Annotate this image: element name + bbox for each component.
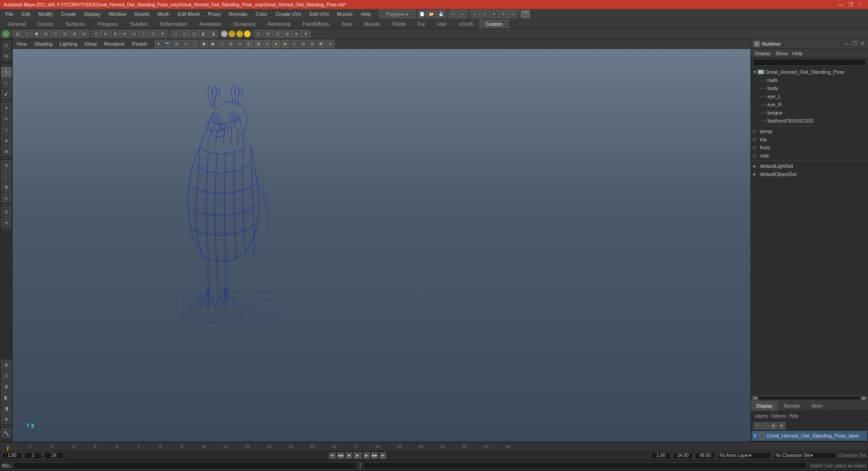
vp-wire[interactable]: ⊡: [182, 40, 190, 48]
shelf-icon-20[interactable]: ◲: [189, 30, 198, 38]
tree-item-feathers[interactable]: —○ feathersFBXASC032: [751, 117, 868, 125]
vp-menu-panels[interactable]: Panels: [130, 41, 149, 47]
vp-menu-renderer[interactable]: Renderer: [102, 41, 127, 47]
tree-item-root[interactable]: ▼ M Great_Horned_Owl_Standing_Pose: [751, 68, 868, 76]
tab-fur[interactable]: Fur: [412, 20, 431, 28]
layer-options-btn[interactable]: ⚙: [778, 422, 785, 429]
vp-shade1[interactable]: ◼: [209, 40, 217, 48]
shelf-icon-1[interactable]: ●: [2, 30, 10, 38]
shelf-icon-31[interactable]: ⊕: [292, 30, 301, 38]
out-menu-show[interactable]: Show: [774, 51, 790, 56]
extras-icon-4[interactable]: ◧: [1, 392, 11, 402]
vp-icon-d[interactable]: ◩: [317, 40, 326, 48]
tree-item-persp[interactable]: ⊡ persp: [751, 127, 868, 135]
shelf-icon-28[interactable]: ⊞: [264, 30, 273, 38]
tab-deformation[interactable]: Deformation: [154, 20, 193, 28]
shelf-icon-29[interactable]: ⊟: [273, 30, 282, 38]
shelf-icon-27[interactable]: ⊡: [254, 30, 263, 38]
menu-create-uvs[interactable]: Create UVs: [272, 10, 305, 18]
max-end-field[interactable]: 24.00: [673, 452, 693, 459]
vp-icon-b[interactable]: ⊞: [299, 40, 307, 48]
menu-edit-mesh[interactable]: Edit Mesh: [174, 10, 203, 18]
menu-help[interactable]: Help: [357, 10, 375, 18]
extras-icon-7[interactable]: 🔧: [1, 428, 11, 438]
tree-item-objectset[interactable]: ◆ defaultObjectSet: [751, 170, 868, 178]
soft-mod-tool[interactable]: ⊞: [1, 146, 11, 156]
tab-animation[interactable]: Animation: [193, 20, 227, 28]
vp-flat[interactable]: ⬢: [200, 40, 208, 48]
vp-cam-icon[interactable]: 📷: [164, 40, 172, 48]
layers-menu-layers[interactable]: Layers: [754, 414, 769, 419]
scale-tool-btn[interactable]: ⤡: [509, 10, 518, 18]
mel-input[interactable]: [13, 462, 357, 469]
vp-light1[interactable]: ◐: [245, 40, 253, 48]
outliner-restore-btn[interactable]: ❐: [851, 41, 858, 47]
extras-icon-1[interactable]: ⊞: [1, 360, 11, 370]
lasso-tool-btn[interactable]: ⬡: [480, 10, 489, 18]
character-set-selector[interactable]: No Character Set ▾: [773, 452, 836, 459]
scale-tool[interactable]: ⤡: [1, 124, 11, 134]
menu-mesh[interactable]: Mesh: [154, 10, 173, 18]
vp-grid[interactable]: ⊞: [173, 40, 181, 48]
tab-surfaces[interactable]: Surfaces: [60, 20, 91, 28]
snap-point[interactable]: ⊠: [1, 182, 11, 192]
shelf-icon-19[interactable]: ◱: [180, 30, 189, 38]
outliner-scrollbar-h[interactable]: ◀ ▶: [751, 395, 868, 400]
close-button[interactable]: ✕: [857, 2, 864, 8]
vp-light5[interactable]: ●: [281, 40, 289, 48]
viewport-canvas[interactable]: .wire { stroke: #0000cd; stroke-width: 0…: [13, 49, 750, 442]
timeline-ruler[interactable]: 1 2 3 4 5 6 7 8 9 10 11 12 13 14 15 16 1: [0, 442, 868, 451]
scroll-track-h[interactable]: [758, 396, 861, 400]
start-frame-field[interactable]: 1.00: [2, 452, 22, 459]
shelf-icon-6[interactable]: ⊡: [51, 30, 60, 38]
tree-item-lightset[interactable]: ◆ defaultLightSet: [751, 162, 868, 170]
vp-light3[interactable]: ●: [263, 40, 271, 48]
history-tool[interactable]: ⟲: [1, 218, 11, 228]
open-scene-btn[interactable]: 📂: [427, 10, 436, 18]
shelf-icon-11[interactable]: ⊕: [101, 30, 110, 38]
extras-icon-2[interactable]: ⊡: [1, 371, 11, 381]
vp-icon-c[interactable]: ⊠: [308, 40, 316, 48]
vp-smooth[interactable]: ⬡: [191, 40, 199, 48]
layer-visibility-v[interactable]: V: [754, 433, 757, 438]
layers-menu-help[interactable]: Help: [788, 414, 799, 419]
anim-layer-selector[interactable]: No Anim Layer ▾: [717, 452, 771, 459]
current-frame-field[interactable]: 1: [24, 452, 42, 459]
tab-general[interactable]: General: [2, 20, 31, 28]
tab-toon[interactable]: Toon: [335, 20, 358, 28]
minimize-button[interactable]: —: [836, 2, 845, 8]
shelf-icon-32[interactable]: ⊗: [302, 30, 311, 38]
menu-create[interactable]: Create: [57, 10, 80, 18]
tree-item-side[interactable]: ⊡ side: [751, 152, 868, 160]
tab-polygons[interactable]: Polygons: [91, 20, 123, 28]
layer-row[interactable]: V Great_Horned_Owl_Standing_Pose_layer: [752, 431, 867, 441]
tab-hair[interactable]: Hair: [432, 20, 453, 28]
vp-menu-show[interactable]: Show: [83, 41, 99, 47]
end-frame-field[interactable]: 24: [44, 452, 64, 459]
tree-item-front[interactable]: ⊡ front: [751, 143, 868, 152]
shelf-icon-22[interactable]: ◨: [208, 30, 217, 38]
mode-selector[interactable]: Polygons ▾: [379, 10, 415, 18]
camera-tool[interactable]: ⊡: [1, 207, 11, 217]
go-start-btn[interactable]: ⏮: [329, 452, 335, 459]
rotate-tool-btn[interactable]: ↻: [499, 10, 508, 18]
vp-icon-a[interactable]: ⊡: [290, 40, 298, 48]
rotate-tool[interactable]: ↻: [1, 114, 11, 124]
move-tool[interactable]: ✛: [1, 103, 11, 113]
shelf-icon-10[interactable]: ⟲: [92, 30, 101, 38]
play-btn[interactable]: ▶: [354, 452, 362, 459]
redo-btn[interactable]: ↪: [458, 10, 467, 18]
snap-grid[interactable]: ⊟: [1, 160, 11, 170]
new-scene-btn[interactable]: 📄: [418, 10, 427, 18]
vp-tex[interactable]: ▤: [227, 40, 235, 48]
shelf-icon-16[interactable]: ◎: [149, 30, 158, 38]
outliner-minimize-btn[interactable]: —: [843, 41, 849, 47]
layer-new-btn[interactable]: +: [754, 422, 761, 429]
vp-menu-shading[interactable]: Shading: [33, 41, 54, 47]
tab-ncloth[interactable]: nCloth: [453, 20, 479, 28]
shelf-icon-13[interactable]: ⊕: [120, 30, 129, 38]
menu-file[interactable]: File: [2, 10, 17, 18]
shelf-icon-26[interactable]: ●: [244, 30, 251, 38]
menu-color[interactable]: Color: [252, 10, 271, 18]
playback-end-field[interactable]: 48.00: [695, 452, 715, 459]
